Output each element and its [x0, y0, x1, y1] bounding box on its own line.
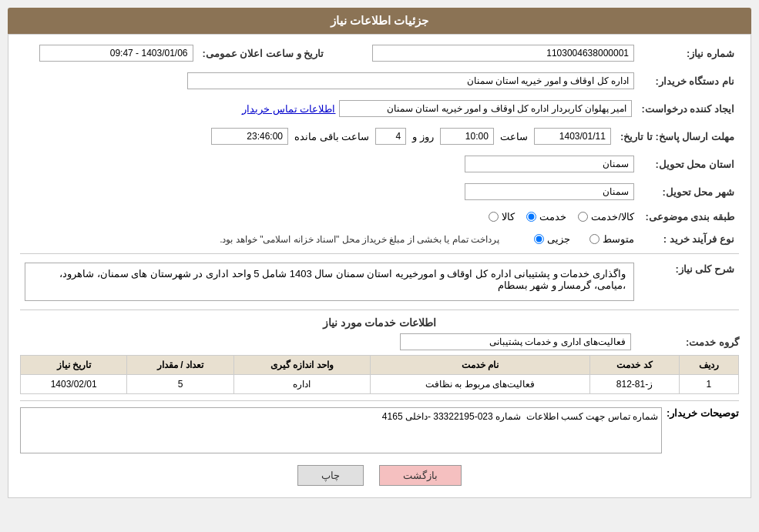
category-kala-label: کالا	[502, 211, 515, 223]
process-mottavaset-label: متوسط	[603, 233, 634, 245]
need-number-label: شماره نیاز:	[639, 42, 739, 64]
category-kala-radio[interactable]	[489, 212, 499, 222]
announce-date-value: 1403/01/06 - 09:47	[39, 45, 193, 62]
deadline-days: 4	[375, 128, 406, 145]
deadline-remaining: 23:46:00	[211, 128, 288, 145]
process-notice: پرداخت تمام یا بخشی از مبلغ خریداز محل "…	[220, 234, 499, 245]
cell-unit: اداره	[233, 375, 370, 394]
service-group-value: فعالیت‌های اداری و خدمات پشتیبانی	[400, 333, 631, 350]
buyer-desc-label: توصیحات خریدار:	[670, 407, 739, 419]
col-header-count: تعداد / مقدار	[127, 356, 233, 375]
announce-date-label: تاریخ و ساعت اعلان عمومی:	[198, 42, 329, 64]
general-desc-label: شرح کلی نیاز:	[639, 260, 739, 303]
province-value: سمنان	[465, 156, 634, 172]
page-title: جزئیات اطلاعات نیاز	[8, 8, 751, 34]
category-khedmat-radio[interactable]	[526, 212, 536, 222]
deadline-label: مهلت ارسال پاسخ: تا تاریخ:	[616, 125, 739, 147]
process-jazyi-radio[interactable]	[534, 234, 544, 244]
process-jazyi-label: جزیی	[547, 233, 570, 245]
creator-label: ایجاد کننده درخواست:	[636, 98, 739, 119]
category-kala-khedmat-radio[interactable]	[578, 212, 588, 222]
col-header-date: تاریخ نیاز	[21, 356, 127, 375]
col-header-row: ردیف	[679, 356, 738, 375]
deadline-time-label: ساعت	[500, 131, 528, 142]
category-kala-khedmat-label: کالا/خدمت	[591, 211, 634, 223]
province-label: استان محل تحویل:	[639, 153, 739, 175]
city-value: سمنان	[465, 183, 634, 200]
services-section-title: اطلاعات خدمات مورد نیاز	[20, 316, 739, 329]
buyer-org-label: نام دستگاه خریدار:	[639, 70, 739, 92]
process-mottavaset-radio[interactable]	[589, 234, 599, 244]
general-desc-value: واگذاری خدمات و پشتیبانی اداره کل اوقاف …	[25, 263, 634, 301]
deadline-day-label: روز و	[412, 131, 434, 142]
cell-name: فعالیت‌های مربوط به نظافت	[370, 375, 589, 394]
creator-value: امیر پهلوان کاربردار اداره کل اوقاف و ام…	[339, 100, 632, 117]
cell-count: 5	[127, 375, 233, 394]
col-header-code: کد خدمت	[590, 356, 680, 375]
table-row: 1 ز-81-812 فعالیت‌های مربوط به نظافت ادا…	[21, 375, 739, 394]
service-group-label: گروه خدمت:	[639, 336, 739, 348]
deadline-time: 10:00	[440, 128, 494, 145]
need-number-value: 1103004638000001	[372, 45, 634, 62]
deadline-remaining-label: ساعت باقی مانده	[294, 131, 369, 142]
city-label: شهر محل تحویل:	[639, 181, 739, 202]
col-header-name: نام خدمت	[370, 356, 589, 375]
back-button[interactable]: بازگشت	[379, 465, 462, 486]
col-header-unit: واحد اندازه گیری	[233, 356, 370, 375]
cell-code: ز-81-812	[590, 375, 680, 394]
cell-date: 1403/02/01	[21, 375, 127, 394]
category-khedmat-label: خدمت	[539, 211, 566, 223]
category-label: طبقه بندی موضوعی:	[639, 209, 739, 225]
buyer-desc-textarea[interactable]	[20, 407, 662, 453]
print-button[interactable]: چاپ	[297, 465, 364, 486]
deadline-date: 1403/01/11	[534, 128, 611, 145]
cell-row: 1	[679, 375, 738, 394]
process-label: نوع فرآیند خرید :	[639, 231, 739, 247]
creator-contact-link[interactable]: اطلاعات تماس خریدار	[242, 103, 335, 115]
buyer-org-value: اداره کل اوقاف و امور خیریه استان سمنان	[187, 72, 634, 89]
